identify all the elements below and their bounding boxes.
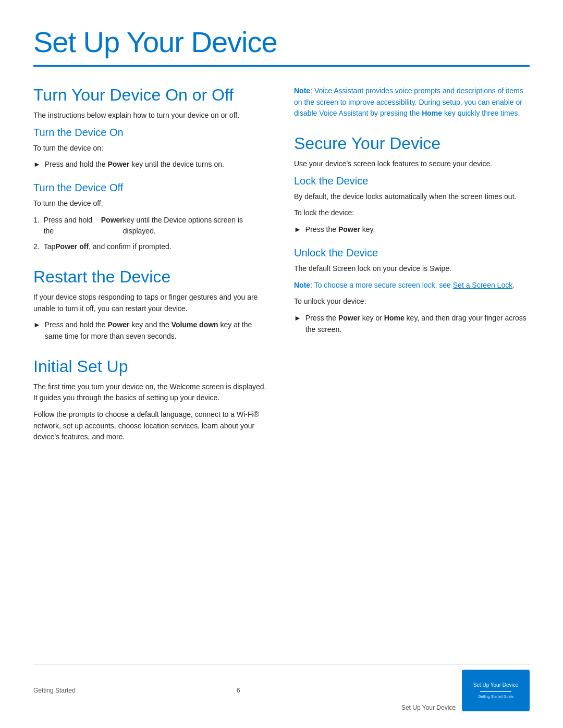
footer-page-number: 6 [237,687,240,694]
secure-section: Secure Your Device Use your device's scr… [294,134,530,335]
turn-on-off-title: Turn Your Device On or Off [33,85,269,105]
power-bold-5: Power [338,314,360,322]
unlock-note-content: : To choose a more secure screen lock, s… [310,281,453,289]
note-content: : Voice Assistant provides voice prompts… [294,87,523,117]
volume-down-bold: Volume down [172,320,218,329]
restart-bullet-text: Press and hold the Power key and the Vol… [45,319,269,342]
power-bold-2: Power [101,215,123,226]
power-bold: Power [108,160,130,168]
right-column: Note: Voice Assistant provides voice pro… [294,85,530,458]
restart-section: Restart the Device If your device stops … [33,267,269,342]
page: Set Up Your Device Turn Your Device On o… [0,0,563,728]
unlock-note-end: . [512,281,515,289]
turn-off-item-2: Tap Power off, and confirm if prompted. [33,241,269,253]
two-column-layout: Turn Your Device On or Off The instructi… [33,85,530,458]
power-bold-3: Power [108,320,130,329]
home-bold-2: Home [384,314,405,322]
bullet-arrow-icon-4: ► [294,313,301,324]
lock-para2: To lock the device: [294,207,530,219]
power-bold-4: Power [338,225,360,233]
turn-on-bullet-text: Press and hold the Power key until the d… [45,159,224,170]
unlock-note-label: Note [294,281,310,289]
lock-bullet-text: Press the Power key. [305,224,375,236]
restart-bullet: ► Press and hold the Power key and the V… [33,319,269,342]
bullet-arrow-icon-3: ► [294,224,301,236]
left-column: Turn Your Device On or Off The instructi… [33,85,269,458]
power-off-bold: Power off [55,241,89,253]
thumbnail-text: Set Up Your Device Getting Started Guide [471,680,521,701]
voice-assistant-note: Note: Voice Assistant provides voice pro… [294,85,530,119]
title-divider [33,65,530,67]
lock-para1: By default, the device locks automatical… [294,191,530,203]
footer-thumbnail: Set Up Your Device Getting Started Guide [462,670,530,711]
unlock-title: Unlock the Device [294,247,530,259]
initial-setup-para2: Follow the prompts to choose a default l… [33,409,269,443]
home-bold: Home [422,109,442,117]
turn-on-subsection: Turn the Device On To turn the device on… [33,127,269,170]
unlock-bullet-text: Press the Power key or Home key, and the… [305,313,530,335]
footer-left: Getting Started [33,687,76,694]
unlock-para1: The default Screen lock on your device i… [294,263,530,275]
turn-off-item-1: Press and hold the Power key until the D… [33,215,269,237]
note-text: Note: Voice Assistant provides voice pro… [294,85,530,119]
turn-off-list: Press and hold the Power key until the D… [33,215,269,253]
unlock-subsection: Unlock the Device The default Screen loc… [294,247,530,335]
initial-setup-section: Initial Set Up The first time you turn y… [33,357,269,443]
lock-title: Lock the Device [294,175,530,187]
initial-setup-para1: The first time you turn your device on, … [33,381,269,404]
unlock-note: Note: To choose a more secure screen loc… [294,280,530,291]
turn-off-intro: To turn the device off: [33,198,269,209]
turn-on-title: Turn the Device On [33,127,269,139]
initial-setup-title: Initial Set Up [33,357,269,376]
note-label: Note [294,87,310,95]
unlock-bullet: ► Press the Power key or Home key, and t… [294,313,530,335]
turn-off-title: Turn the Device Off [33,182,269,194]
restart-intro: If your device stops responding to taps … [33,292,269,314]
footer: Getting Started 6 Set Up Your Device Set… [33,664,530,711]
turn-off-subsection: Turn the Device Off To turn the device o… [33,182,269,253]
lock-bullet: ► Press the Power key. [294,224,530,236]
unlock-para2: To unlock your device: [294,296,530,307]
turn-on-off-section: Turn Your Device On or Off The instructi… [33,85,269,253]
turn-on-bullet: ► Press and hold the Power key until the… [33,159,269,170]
set-screen-lock-link[interactable]: Set a Screen Lock [453,281,512,289]
secure-intro: Use your device's screen lock features t… [294,158,530,170]
restart-title: Restart the Device [33,267,269,287]
turn-on-off-intro: The instructions below explain how to tu… [33,110,269,121]
bullet-arrow-icon: ► [33,159,41,170]
bullet-arrow-icon-2: ► [33,319,41,331]
footer-right-label: Set Up Your Device [401,704,456,711]
footer-right-area: Set Up Your Device Set Up Your Device Ge… [401,670,530,711]
turn-on-intro: To turn the device on: [33,143,269,154]
page-title: Set Up Your Device [33,25,530,59]
secure-title: Secure Your Device [294,134,530,153]
lock-subsection: Lock the Device By default, the device l… [294,175,530,236]
